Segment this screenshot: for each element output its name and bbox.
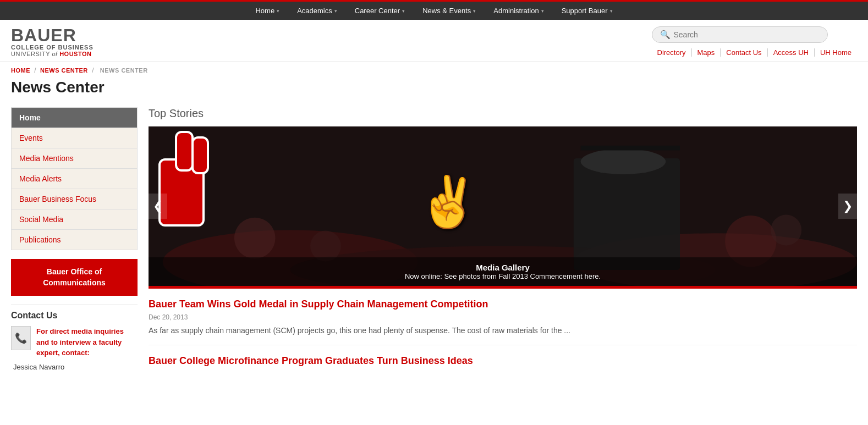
breadcrumb-current: NEWS CENTER [100,67,148,74]
news-item-date: Dec 20, 2013 [149,313,857,321]
news-item: Bauer Team Wins Gold Medal in Supply Cha… [149,297,857,345]
dropdown-arrow: ▾ [610,8,613,14]
dropdown-arrow: ▾ [277,8,279,14]
breadcrumb-news-center[interactable]: NEWS CENTER [40,67,88,74]
svg-point-13 [234,218,276,259]
dropdown-arrow: ▾ [541,8,544,14]
svg-rect-4 [574,158,680,270]
search-icon: 🔍 [660,30,671,40]
sidebar-item-media-mentions[interactable]: Media Mentions [12,148,137,169]
breadcrumb-sep1: / [34,67,36,74]
header: BAUER COLLEGE OF BUSINESS UNIVERSITY of … [0,20,868,62]
svg-point-16 [771,214,801,245]
carousel-caption-title: Media Gallery [157,263,848,272]
search-bar[interactable]: 🔍 [652,26,828,43]
phone-icon: 📞 [11,326,31,350]
breadcrumb-home[interactable]: HOME [11,67,30,74]
top-stories-title: Top Stories [149,107,857,120]
news-item: Bauer College Microfinance Program Gradu… [149,354,857,378]
page-content: HomeEventsMedia MentionsMedia AlertsBaue… [0,102,868,398]
dropdown-arrow: ▾ [473,8,476,14]
top-nav-item-newsevents[interactable]: News & Events ▾ [414,7,485,15]
bauer-office-btn[interactable]: Bauer Office ofCommunications [11,259,138,296]
top-nav-item-academics[interactable]: Academics ▾ [288,7,346,15]
news-item-title[interactable]: Bauer Team Wins Gold Medal in Supply Cha… [149,297,857,311]
header-link-directory[interactable]: Directory [652,48,692,57]
header-link-accessuh[interactable]: Access UH [768,48,815,57]
carousel-bottom-bar [149,286,857,289]
sidebar-item-events[interactable]: Events [12,128,137,148]
svg-rect-9 [176,132,193,170]
header-link-contactus[interactable]: Contact Us [721,48,767,57]
page-title-area: News Center [0,79,868,102]
header-link-maps[interactable]: Maps [692,48,721,57]
logo-college: COLLEGE OF BUSINESS [11,44,94,51]
news-item-body: As far as supply chain management (SCM) … [149,324,857,336]
top-nav: Home ▾Academics ▾Career Center ▾News & E… [0,0,868,20]
svg-text:✌: ✌ [417,173,480,231]
logo-area: BAUER COLLEGE OF BUSINESS UNIVERSITY of … [11,26,94,57]
top-nav-item-administration[interactable]: Administration ▾ [485,7,552,15]
main-content: Top Stories [149,107,857,387]
sidebar: HomeEventsMedia MentionsMedia AlertsBaue… [11,107,138,387]
carousel-caption: Media Gallery Now online: See photos fro… [149,257,857,286]
carousel-prev-btn[interactable]: ❮ [149,194,167,219]
top-nav-item-careercenter[interactable]: Career Center ▾ [346,7,414,15]
svg-point-5 [581,149,666,174]
top-nav-item-supportbauer[interactable]: Support Bauer ▾ [553,7,622,15]
logo-university: UNIVERSITY of HOUSTON [11,51,94,57]
carousel: ✌ ✌ ❮ Media Gallery Now online: See phot… [149,126,857,286]
contact-person: Jessica Navarro [11,363,138,371]
contact-us-title: Contact Us [11,311,138,321]
sidebar-item-social-media[interactable]: Social Media [12,209,137,230]
carousel-next-btn[interactable]: ❯ [838,194,857,219]
sidebar-item-home[interactable]: Home [12,108,137,128]
contact-us-section: Contact Us 📞 For direct media inquiries … [11,305,138,371]
contact-us-body: 📞 For direct media inquiries and to inte… [11,326,138,358]
sidebar-nav: HomeEventsMedia MentionsMedia AlertsBaue… [11,107,138,250]
page-title: News Center [11,79,857,96]
header-link-uhhome[interactable]: UH Home [815,48,857,57]
news-item-title[interactable]: Bauer College Microfinance Program Gradu… [149,354,857,368]
sidebar-item-media-alerts[interactable]: Media Alerts [12,169,137,189]
search-input[interactable] [674,30,820,39]
dropdown-arrow: ▾ [334,8,337,14]
contact-text: For direct media inquiries and to interv… [36,326,138,358]
svg-rect-6 [581,146,680,151]
sidebar-item-bauer-business-focus[interactable]: Bauer Business Focus [12,189,137,209]
sidebar-item-publications[interactable]: Publications [12,230,137,250]
logo-bauer: BAUER [11,26,94,44]
carousel-caption-sub: Now online: See photos from Fall 2013 Co… [157,272,848,280]
breadcrumb-sep2: / [92,67,94,74]
header-right: 🔍 DirectoryMapsContact UsAccess UHUH Hom… [652,26,858,57]
header-links: DirectoryMapsContact UsAccess UHUH Home [652,48,858,57]
top-nav-item-home[interactable]: Home ▾ [246,7,288,15]
dropdown-arrow: ▾ [402,8,405,14]
news-list: Bauer Team Wins Gold Medal in Supply Cha… [149,297,857,378]
svg-rect-10 [193,137,208,173]
breadcrumb: HOME / NEWS CENTER / NEWS CENTER [0,62,868,79]
